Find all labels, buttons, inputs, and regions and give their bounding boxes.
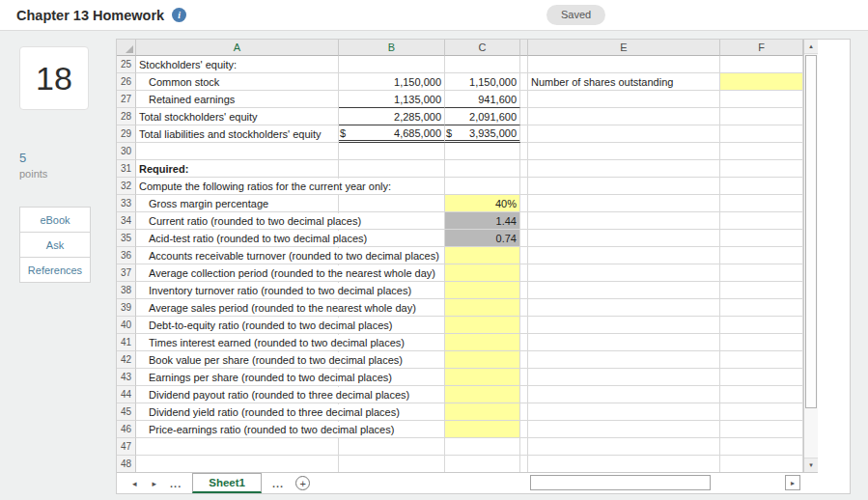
cell-F39[interactable] <box>720 299 803 317</box>
row-header-33[interactable]: 33 <box>117 195 136 212</box>
cell-C33[interactable]: 40% <box>445 195 520 212</box>
cell-F34[interactable] <box>720 212 803 230</box>
sheet-nav-next-icon[interactable]: ▸ <box>145 479 165 488</box>
cell-A47[interactable] <box>136 438 339 456</box>
cell-D27[interactable] <box>520 91 528 108</box>
cell-E42[interactable] <box>528 351 720 369</box>
column-header-F[interactable]: F <box>720 40 803 56</box>
cell-E47[interactable] <box>528 438 720 456</box>
cell-E48[interactable] <box>528 456 720 472</box>
row-header-26[interactable]: 26 <box>117 73 136 91</box>
cell-D45[interactable] <box>520 403 528 421</box>
cell-C32[interactable] <box>445 178 520 195</box>
cell-B26[interactable]: 1,150,000 <box>339 73 445 91</box>
column-header-A[interactable]: A <box>136 40 339 56</box>
cell-A39[interactable]: Average sales period (rounded to the nea… <box>136 299 339 317</box>
cell-A36[interactable]: Accounts receivable turnover (rounded to… <box>136 247 339 264</box>
cell-A40[interactable]: Debt-to-equity ratio (rounded to two dec… <box>136 317 339 334</box>
sheet-nav-prev-icon[interactable]: ◂ <box>125 479 145 488</box>
cell-D28[interactable] <box>520 108 528 125</box>
cell-D44[interactable] <box>520 386 528 403</box>
row-header-44[interactable]: 44 <box>117 386 136 403</box>
cell-C37[interactable] <box>445 264 520 282</box>
cell-D33[interactable] <box>520 195 528 212</box>
column-header-B[interactable]: B <box>339 40 445 56</box>
cell-C35[interactable]: 0.74 <box>445 230 520 247</box>
cell-E40[interactable] <box>528 317 720 334</box>
cell-E45[interactable] <box>528 403 720 421</box>
row-header-25[interactable]: 25 <box>117 56 136 73</box>
cell-D35[interactable] <box>520 230 528 247</box>
cell-A30[interactable] <box>136 143 339 160</box>
cell-F44[interactable] <box>720 386 803 403</box>
cell-D39[interactable] <box>520 299 528 317</box>
sheet-tab-sheet1[interactable]: Sheet1 <box>192 473 262 493</box>
cell-A46[interactable]: Price-earnings ratio (rounded to two dec… <box>136 421 339 438</box>
cell-C48[interactable] <box>445 456 520 472</box>
vertical-scrollbar[interactable]: ▴ ▾ <box>803 40 818 472</box>
cell-E37[interactable] <box>528 264 720 282</box>
row-header-34[interactable]: 34 <box>117 212 136 230</box>
cell-B30[interactable] <box>339 143 445 160</box>
cell-A32[interactable]: Compute the following ratios for the cur… <box>136 178 339 195</box>
sheet-overflow-right[interactable]: ... <box>266 478 290 489</box>
cell-C45[interactable] <box>445 403 520 421</box>
cell-B25[interactable] <box>339 56 445 73</box>
row-header-38[interactable]: 38 <box>117 282 136 299</box>
cell-F42[interactable] <box>720 351 803 369</box>
horizontal-scroll-right-icon[interactable]: ▸ <box>785 475 800 490</box>
cell-E41[interactable] <box>528 334 720 351</box>
cell-A35[interactable]: Acid-test ratio (rounded to two decimal … <box>136 230 339 247</box>
cell-C47[interactable] <box>445 438 520 456</box>
cell-C36[interactable] <box>445 247 520 264</box>
cell-E44[interactable] <box>528 386 720 403</box>
cell-A38[interactable]: Inventory turnover ratio (rounded to two… <box>136 282 339 299</box>
cell-F32[interactable] <box>720 178 803 195</box>
cell-F25[interactable] <box>720 56 803 73</box>
cell-F30[interactable] <box>720 143 803 160</box>
cell-E27[interactable] <box>528 91 720 108</box>
row-header-39[interactable]: 39 <box>117 299 136 317</box>
column-header-E[interactable]: E <box>528 40 720 56</box>
scroll-down-icon[interactable]: ▾ <box>804 458 818 472</box>
cell-F48[interactable] <box>720 456 803 472</box>
cell-A45[interactable]: Dividend yield ratio (rounded to three d… <box>136 403 339 421</box>
ask-button[interactable]: Ask <box>19 232 91 258</box>
cell-C26[interactable]: 1,150,000 <box>445 73 520 91</box>
cell-D47[interactable] <box>520 438 528 456</box>
row-header-37[interactable]: 37 <box>117 264 136 282</box>
cell-F28[interactable] <box>720 108 803 125</box>
cell-C28[interactable]: 2,091,600 <box>445 108 520 125</box>
cell-B27[interactable]: 1,135,000 <box>339 91 445 108</box>
cell-C25[interactable] <box>445 56 520 73</box>
cell-B31[interactable] <box>339 160 445 178</box>
cell-C29[interactable]: $3,935,000 <box>445 125 520 143</box>
cell-E38[interactable] <box>528 282 720 299</box>
row-header-30[interactable]: 30 <box>117 143 136 160</box>
cell-A42[interactable]: Book value per share (rounded to two dec… <box>136 351 339 369</box>
row-header-32[interactable]: 32 <box>117 178 136 195</box>
cell-D46[interactable] <box>520 421 528 438</box>
cell-E32[interactable] <box>528 178 720 195</box>
cell-E46[interactable] <box>528 421 720 438</box>
cell-B29[interactable]: $4,685,000 <box>339 125 445 143</box>
row-header-27[interactable]: 27 <box>117 91 136 108</box>
cell-F45[interactable] <box>720 403 803 421</box>
cell-F38[interactable] <box>720 282 803 299</box>
cell-C42[interactable] <box>445 351 520 369</box>
cell-C31[interactable] <box>445 160 520 178</box>
cell-A48[interactable] <box>136 456 339 472</box>
cell-E35[interactable] <box>528 230 720 247</box>
cell-F31[interactable] <box>720 160 803 178</box>
horizontal-scrollbar-thumb[interactable] <box>530 475 711 490</box>
cell-E28[interactable] <box>528 108 720 125</box>
cell-D30[interactable] <box>520 143 528 160</box>
cell-A29[interactable]: Total liabilities and stockholders' equi… <box>136 125 339 143</box>
cell-B28[interactable]: 2,285,000 <box>339 108 445 125</box>
cell-B47[interactable] <box>339 438 445 456</box>
cell-E25[interactable] <box>528 56 720 73</box>
cell-A25[interactable]: Stockholders' equity: <box>136 56 339 73</box>
vertical-scrollbar-track[interactable] <box>804 54 818 458</box>
cell-A27[interactable]: Retained earnings <box>136 91 339 108</box>
cell-E34[interactable] <box>528 212 720 230</box>
